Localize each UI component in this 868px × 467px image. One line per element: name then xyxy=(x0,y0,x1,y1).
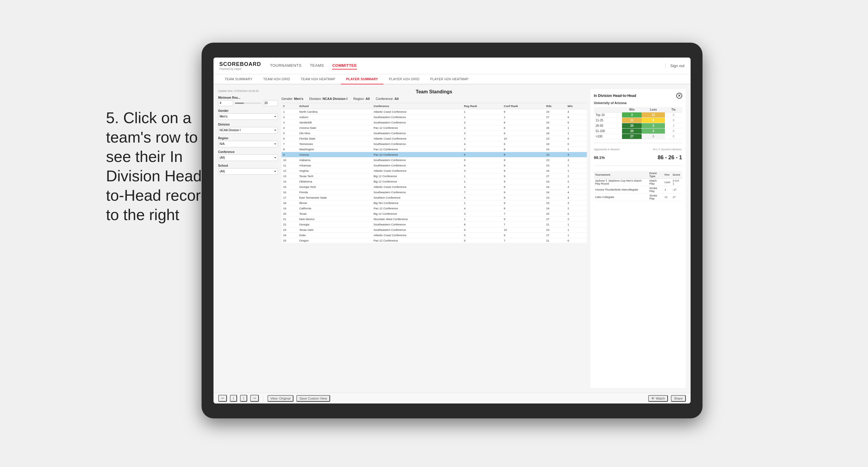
table-row[interactable]: 16 Florida Southeastern Conference 7 9 2… xyxy=(281,190,587,195)
table-row[interactable]: 19 California Pac-12 Conference 4 8 24 2 xyxy=(281,206,587,211)
table-row[interactable]: 15 Georgia Tech Atlantic Coast Conferenc… xyxy=(281,184,587,190)
h2h-win: 27 xyxy=(622,134,642,139)
cell-rank: 17 xyxy=(281,195,298,200)
cell-win: 0 xyxy=(566,238,587,243)
sub-nav-player-summary[interactable]: PLAYER SUMMARY xyxy=(341,74,383,84)
table-row[interactable]: 22 Georgia Southeastern Conference 8 7 2… xyxy=(281,222,587,227)
table-row[interactable]: 10 Alabama Southeastern Conference 5 8 2… xyxy=(281,157,587,163)
cell-reg-rank: 1 xyxy=(462,217,502,222)
sub-nav-player-h2h-grid[interactable]: PLAYER H2H GRID xyxy=(383,74,425,84)
nav-items: TOURNAMENTS TEAMS COMMITTEE xyxy=(270,62,665,69)
cell-conf-rank: 1 xyxy=(502,115,545,120)
table-row[interactable]: 17 East Tennessee State Southern Confere… xyxy=(281,195,587,200)
cell-rank: 18 xyxy=(281,200,298,206)
table-row[interactable]: 4 Arizona State Pac-12 Conference 4 6 26… xyxy=(281,125,587,131)
table-row[interactable]: 13 Texas Tech Big 12 Conference 1 9 27 2 xyxy=(281,174,587,179)
sub-nav-team-summary[interactable]: TEAM SUMMARY xyxy=(219,74,258,84)
filter-min-input[interactable] xyxy=(218,100,233,106)
cell-school: Oklahoma xyxy=(297,179,372,184)
cell-conf-rank: 8 xyxy=(502,120,545,125)
t-type: Stroke Play xyxy=(648,193,663,201)
h2h-loss: 2 xyxy=(642,123,664,128)
cell-school: Vanderbilt xyxy=(297,120,372,125)
cell-conference: Southeastern Conference xyxy=(372,115,462,120)
sub-nav-team-h2h-heatmap[interactable]: TEAM H2H HEATMAP xyxy=(296,74,341,84)
save-custom-button[interactable]: Save Custom View xyxy=(297,395,330,402)
cell-conf-rank: 7 xyxy=(502,238,545,243)
cell-rank: 20 xyxy=(281,211,298,217)
h2h-loss: 13 xyxy=(642,113,664,118)
cell-win: 3 xyxy=(566,157,587,163)
col-school: School xyxy=(297,103,372,109)
step-back-button[interactable]: ⟨ xyxy=(230,395,237,402)
table-row[interactable]: 18 Illinois Big Ten Conference 1 9 23 3 xyxy=(281,200,587,206)
table-row[interactable]: 2 Auburn Southeastern Conference 1 1 27 … xyxy=(281,115,587,120)
table-row[interactable]: 1 North Carolina Atlantic Coast Conferen… xyxy=(281,109,587,115)
cell-rds: 20 xyxy=(545,211,566,217)
sign-out-link[interactable]: Sign out xyxy=(665,64,685,68)
nav-tournaments[interactable]: TOURNAMENTS xyxy=(270,62,302,69)
cell-win: 0 xyxy=(566,136,587,142)
filter-school-select[interactable]: (All) xyxy=(218,168,278,175)
tournament-row: Arizona Thunderbirds Intercollegiate Str… xyxy=(594,186,682,193)
share-button[interactable]: Share xyxy=(671,395,685,402)
nav-committee[interactable]: COMMITTEE xyxy=(332,62,357,69)
table-row[interactable]: 5 Ole Miss Southeastern Conference 3 6 1… xyxy=(281,131,587,136)
col-rank: # xyxy=(281,103,298,109)
cell-rds: 21 xyxy=(545,238,566,243)
cell-conf-rank: 8 xyxy=(502,157,545,163)
h2h-col-range xyxy=(594,107,622,113)
cell-school: Oregon xyxy=(297,238,372,243)
table-row[interactable]: 23 Texas A&M Southeastern Conference 9 1… xyxy=(281,227,587,232)
cell-win: 4 xyxy=(566,195,587,200)
nav-teams[interactable]: TEAMS xyxy=(310,62,324,69)
cell-rds: 24 xyxy=(545,168,566,174)
cell-conference: Mountain West Conference xyxy=(372,217,462,222)
bottom-toolbar: ↩ ⟨ ⟩ ↪ View: Original Save Custom View … xyxy=(214,393,690,403)
watch-button[interactable]: 👁 Watch xyxy=(648,395,668,402)
table-row[interactable]: 7 Tennessee Southeastern Conference 4 6 … xyxy=(281,142,587,147)
h2h-win: 11 xyxy=(622,118,642,123)
table-row[interactable]: 11 Arkansas Southeastern Conference 6 8 … xyxy=(281,163,587,168)
h2h-loss: 0 xyxy=(642,134,664,139)
filter-division-select[interactable]: NCAA Division I xyxy=(218,127,278,134)
undo-button[interactable]: ↩ xyxy=(218,395,227,402)
conference-filter: Conference: All xyxy=(376,97,399,100)
cell-rank: 9 xyxy=(281,152,298,157)
table-row[interactable]: 12 Virginia Atlantic Coast Conference 3 … xyxy=(281,168,587,174)
cell-conf-rank: 7 xyxy=(502,222,545,227)
table-row[interactable]: 9 Arizona Pac-12 Conference 5 8 10 3 xyxy=(281,152,587,157)
filter-gender-select[interactable]: Men's Women's xyxy=(218,113,278,120)
cell-win: 1 xyxy=(566,222,587,227)
filter-region-select[interactable]: N/A xyxy=(218,141,278,147)
slider-track[interactable] xyxy=(235,102,261,104)
table-row[interactable]: 21 New Mexico Mountain West Conference 1… xyxy=(281,217,587,222)
cell-rds: 27 xyxy=(545,232,566,238)
cell-conf-rank: 7 xyxy=(502,211,545,217)
filter-conference-select[interactable]: (All) xyxy=(218,154,278,161)
sub-nav-player-h2h-heatmap[interactable]: PLAYER H2H HEATMAP xyxy=(425,74,474,84)
h2h-title: In Division Head-to-Head xyxy=(594,94,636,98)
cell-school: Texas xyxy=(297,211,372,217)
table-row[interactable]: 14 Oklahoma Big 12 Conference 1 9 24 2 xyxy=(281,179,587,184)
t-pos: Loss xyxy=(663,179,672,186)
table-row[interactable]: 3 Vanderbilt Southeastern Conference 2 8… xyxy=(281,120,587,125)
cell-conference: Southeastern Conference xyxy=(372,142,462,147)
step-forward-button[interactable]: ⟩ xyxy=(240,395,247,402)
close-button[interactable]: ✕ xyxy=(676,93,682,99)
sub-nav: TEAM SUMMARY TEAM H2H GRID TEAM H2H HEAT… xyxy=(214,74,690,84)
table-row[interactable]: 24 Duke Atlantic Coast Conference 5 9 27… xyxy=(281,232,587,238)
filter-region: Region N/A xyxy=(218,136,278,147)
table-row[interactable]: 6 Florida State Atlantic Coast Conferenc… xyxy=(281,136,587,142)
cell-win: 1 xyxy=(566,232,587,238)
sub-nav-team-h2h-grid[interactable]: TEAM H2H GRID xyxy=(258,74,296,84)
view-original-button[interactable]: View: Original xyxy=(268,395,294,402)
h2h-panel: In Division Head-to-Head ✕ University of… xyxy=(590,89,686,388)
redo-button[interactable]: ↪ xyxy=(250,395,259,402)
table-row[interactable]: 25 Oregon Pac-12 Conference 5 7 21 0 xyxy=(281,238,587,243)
table-row[interactable]: 20 Texas Big 12 Conference 3 7 20 0 xyxy=(281,211,587,217)
h2h-row: 51-100 20 3 0 xyxy=(594,128,682,134)
filter-max-input[interactable] xyxy=(263,100,278,106)
cell-rds: 18 xyxy=(545,131,566,136)
table-row[interactable]: 8 Washington Pac-12 Conference 2 8 23 1 xyxy=(281,147,587,152)
